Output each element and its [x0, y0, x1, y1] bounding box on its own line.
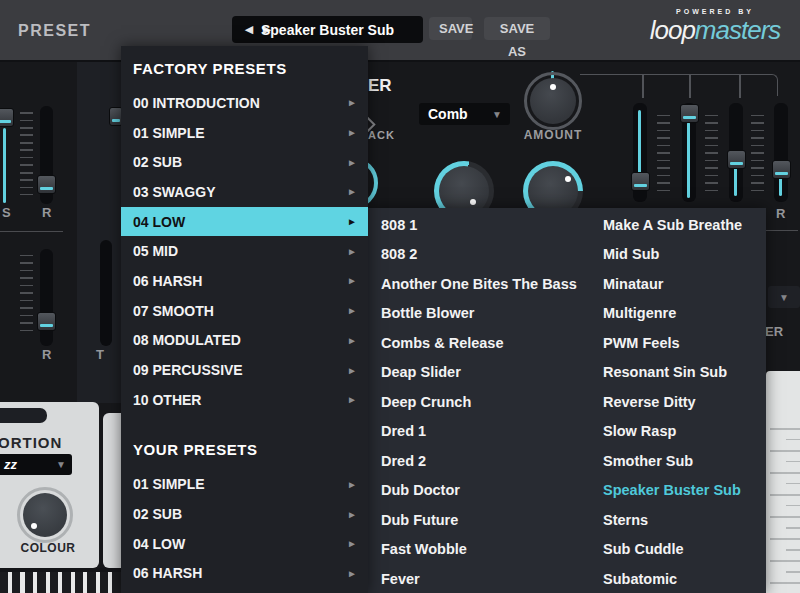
menu-item-05-mid[interactable]: 05 MID►	[121, 236, 368, 266]
submenu-item-mid-sub[interactable]: Mid Sub	[590, 240, 766, 270]
menu-item-label: 08 MODULATED	[133, 332, 241, 348]
submenu-arrow-icon: ►	[347, 509, 357, 520]
colour-knob[interactable]	[17, 487, 73, 543]
menu-item-08-modulated[interactable]: 08 MODULATED►	[121, 326, 368, 356]
submenu-item-808-2[interactable]: 808 2	[368, 240, 590, 270]
submenu-item-dub-doctor[interactable]: Dub Doctor	[368, 476, 590, 506]
tick-scale	[657, 115, 670, 193]
menu-item-label: 09 PERCUSSIVE	[133, 362, 243, 378]
submenu-arrow-icon: ►	[347, 186, 357, 197]
chevron-down-icon: ▼	[779, 292, 789, 303]
menu-item-02-sub[interactable]: 02 SUB►	[121, 147, 368, 177]
submenu-arrow-icon: ►	[347, 335, 357, 346]
routing-bracket	[580, 74, 778, 96]
right-slider-2-handle[interactable]	[680, 104, 699, 123]
right-slider-1-handle[interactable]	[631, 172, 650, 191]
submenu-item-sterns[interactable]: Sterns	[590, 505, 766, 535]
submenu-arrow-icon: ►	[347, 568, 357, 579]
menu-item-label: 02 SUB	[133, 506, 182, 522]
submenu-item-minataur[interactable]: Minataur	[590, 269, 766, 299]
right-slider-3-handle[interactable]	[727, 150, 746, 169]
menu-item-02-sub[interactable]: 02 SUB►	[121, 499, 368, 529]
submenu-item-multigenre[interactable]: Multigenre	[590, 299, 766, 329]
left-slider-3-track[interactable]	[40, 249, 53, 346]
menu-item-07-smooth[interactable]: 07 SMOOTH►	[121, 296, 368, 326]
bracket-stub	[739, 74, 741, 98]
submenu-item-sub-cuddle[interactable]: Sub Cuddle	[590, 535, 766, 565]
menu-item-01-simple[interactable]: 01 SIMPLE►	[121, 118, 368, 148]
filter-type-value: Comb	[428, 106, 468, 122]
er-label-fragment: ER	[765, 324, 783, 339]
menu-item-06-harsh[interactable]: 06 HARSH►	[121, 559, 368, 589]
submenu-arrow-icon: ►	[347, 538, 357, 549]
submenu-item-pwm-feels[interactable]: PWM Feels	[590, 328, 766, 358]
plugin-window: S R R T ORTION zz ▼ COLOUR ER ACK Comb ▼…	[0, 0, 800, 593]
your-items: 01 SIMPLE►02 SUB►04 LOW►06 HARSH►	[121, 470, 368, 589]
submenu-item-combs-release[interactable]: Combs & Release	[368, 328, 590, 358]
save-button[interactable]: SAVE	[429, 17, 472, 40]
submenu-item-808-1[interactable]: 808 1	[368, 210, 590, 240]
submenu-item-fast-wobble[interactable]: Fast Wobble	[368, 535, 590, 565]
submenu-item-dub-future[interactable]: Dub Future	[368, 505, 590, 535]
preset-section-label: PRESET	[18, 0, 91, 62]
left-slider-1-fill	[3, 128, 6, 203]
submenu-item-bottle-blower[interactable]: Bottle Blower	[368, 299, 590, 329]
distortion-type-dropdown[interactable]: zz ▼	[0, 454, 72, 475]
menu-item-label: 04 LOW	[133, 536, 185, 552]
menu-item-01-simple[interactable]: 01 SIMPLE►	[121, 470, 368, 500]
submenu-item-resonant-sin-sub[interactable]: Resonant Sin Sub	[590, 358, 766, 388]
right-dropdown-fragment[interactable]: ▼	[768, 286, 800, 308]
slider-label-s: S	[2, 205, 11, 220]
right-slider-4-handle[interactable]	[772, 160, 791, 179]
bracket-stub	[689, 74, 691, 98]
submenu-item-make-a-sub-breathe[interactable]: Make A Sub Breathe	[590, 210, 766, 240]
amount-knob[interactable]	[524, 72, 582, 130]
submenu-item-subatomic[interactable]: Subatomic	[590, 564, 766, 593]
left-slider-2-handle[interactable]	[37, 175, 56, 194]
powered-by-text: POWERED BY	[640, 8, 790, 15]
save-as-button[interactable]: SAVE AS	[484, 17, 550, 40]
menu-item-label: 01 SIMPLE	[133, 125, 205, 141]
menu-item-09-percussive[interactable]: 09 PERCUSSIVE►	[121, 355, 368, 385]
menu-item-06-harsh[interactable]: 06 HARSH►	[121, 266, 368, 296]
submenu-arrow-icon: ►	[347, 97, 357, 108]
bracket-stub	[642, 74, 644, 98]
menu-item-label: 10 OTHER	[133, 392, 201, 408]
panel-tab[interactable]	[0, 408, 47, 423]
right-slider-1-fill	[638, 110, 641, 176]
tick-scale	[20, 112, 33, 195]
left-slider-1-handle[interactable]	[0, 108, 14, 127]
menu-item-label: 06 HARSH	[133, 565, 202, 581]
piano-keyboard[interactable]	[0, 572, 121, 593]
menu-item-label: 00 INTRODUCTION	[133, 95, 260, 111]
menu-item-label: 07 SMOOTH	[133, 303, 214, 319]
slider-label-r-right: R	[776, 206, 785, 221]
menu-item-03-swaggy[interactable]: 03 SWAGGY►	[121, 177, 368, 207]
menu-item-00-introduction[interactable]: 00 INTRODUCTION►	[121, 88, 368, 118]
submenu-item-dred-1[interactable]: Dred 1	[368, 417, 590, 447]
submenu-item-deap-slider[interactable]: Deap Slider	[368, 358, 590, 388]
submenu-arrow-icon: ►	[347, 479, 357, 490]
preset-display-field[interactable]: ◀ ▶ Speaker Buster Sub	[232, 16, 423, 43]
filter-type-dropdown[interactable]: Comb ▼	[419, 103, 510, 125]
menu-item-label: 04 LOW	[133, 214, 185, 230]
menu-item-04-low[interactable]: 04 LOW►	[121, 529, 368, 559]
right-slider-2-fill	[687, 122, 690, 198]
submenu-item-dred-2[interactable]: Dred 2	[368, 446, 590, 476]
left-slider-4-track[interactable]	[100, 240, 112, 346]
menu-item-04-low[interactable]: 04 LOW►	[121, 207, 368, 237]
left-slider-3-handle[interactable]	[37, 312, 56, 331]
submenu-item-speaker-buster-sub[interactable]: Speaker Buster Sub	[590, 476, 766, 506]
slider-label-r-bottom: R	[42, 347, 51, 362]
submenu-item-smother-sub[interactable]: Smother Sub	[590, 446, 766, 476]
submenu-item-fever[interactable]: Fever	[368, 564, 590, 593]
menu-item-label: 02 SUB	[133, 154, 182, 170]
submenu-item-slow-rasp[interactable]: Slow Rasp	[590, 417, 766, 447]
submenu-item-reverse-ditty[interactable]: Reverse Ditty	[590, 387, 766, 417]
submenu-item-another-one-bites-the-bass[interactable]: Another One Bites The Bass	[368, 269, 590, 299]
brand-part2: masters	[695, 15, 780, 45]
submenu-item-deep-crunch[interactable]: Deep Crunch	[368, 387, 590, 417]
menu-item-10-other[interactable]: 10 OTHER►	[121, 385, 368, 415]
menu-item-label: 06 HARSH	[133, 273, 202, 289]
brand-part1: loop	[650, 15, 695, 45]
